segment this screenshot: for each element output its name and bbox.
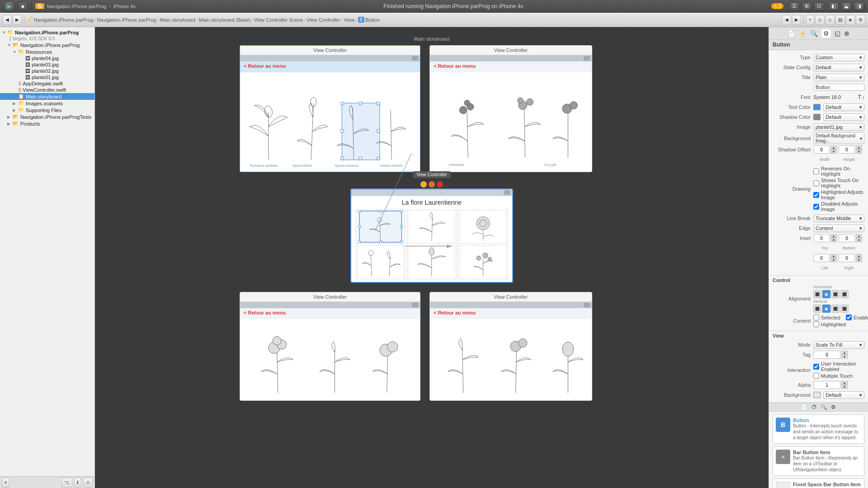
title-text-control[interactable]: Button	[813, 84, 864, 91]
panel-tab-identity[interactable]: 🔍	[810, 30, 818, 37]
edge-dropdown[interactable]: Content▾	[813, 225, 864, 232]
sidebar-item-viewcontroller[interactable]: S ViewController.swift	[0, 87, 94, 93]
sidebar-item-nav-group[interactable]: ▼ 📂 Navigation.iPhone.parProg	[0, 42, 94, 48]
breadcrumb-1[interactable]: Navigation.iPhone.parProg	[34, 17, 93, 23]
font-resize-icon[interactable]: T	[858, 94, 861, 100]
warning-badge[interactable]: ⚠ 2	[771, 3, 783, 9]
align-fill-btn[interactable]: ⬛	[840, 290, 849, 298]
panel-tab-quick[interactable]: ⚡	[799, 30, 807, 37]
sidebar-item-plante03[interactable]: 🖼 plante03.jpg	[0, 61, 94, 68]
highlighted-checkbox[interactable]	[813, 192, 819, 198]
inset-top-up[interactable]: ▲	[830, 234, 837, 238]
tag-stepper[interactable]: ▲ ▼	[813, 351, 864, 359]
space-widget-card[interactable]: Fixed Space Bar Button Item Fixed Space …	[773, 479, 864, 488]
alpha-down[interactable]: ▼	[841, 385, 848, 389]
sidebar-item-images[interactable]: ▶ 📁 Images.xcassets	[0, 100, 94, 107]
inset-bottom-stepper[interactable]: ▲ ▼	[839, 234, 862, 242]
inset-top-input[interactable]	[813, 234, 830, 242]
breadcrumb-6[interactable]: View Controller	[307, 17, 340, 23]
shadow-height-stepper[interactable]: ▲ ▼	[839, 145, 862, 154]
enabled-checkbox[interactable]	[846, 314, 852, 320]
mode-dropdown[interactable]: Scale To Fill▾	[813, 341, 864, 349]
inset-top-stepper[interactable]: ▲ ▼	[813, 234, 837, 242]
center-grid-item-6[interactable]	[458, 245, 508, 279]
sidebar-item-project[interactable]: ▼ 📁 Navigation.iPhone.parProg	[0, 29, 94, 36]
align-vfill-btn[interactable]: ⬛	[840, 305, 849, 313]
view-toggle-1[interactable]: ☰	[789, 2, 800, 11]
inset-right-stepper[interactable]: ▲ ▼	[839, 254, 862, 262]
debug-button[interactable]: ▤	[835, 15, 845, 25]
user-interaction-checkbox[interactable]	[813, 364, 819, 370]
breadcrumb-8[interactable]: B	[358, 17, 365, 23]
type-control[interactable]: Custom▾	[813, 54, 864, 61]
app-name-label[interactable]: Navigation.iPhone.parProg	[47, 4, 106, 9]
panel-toggle-left[interactable]: ◧	[828, 2, 839, 11]
panel-tab-attributes[interactable]: ⚙	[821, 29, 831, 38]
center-grid-item-4[interactable]	[356, 245, 405, 279]
shadow-width-up[interactable]: ▲	[830, 145, 837, 150]
inset-left-stepper[interactable]: ▲ ▼	[813, 254, 837, 262]
inset-left-up[interactable]: ▲	[830, 254, 837, 258]
state-config-control[interactable]: Default▾	[813, 64, 864, 71]
sidebar-item-plante04[interactable]: 🖼 plante04.jpg	[0, 55, 94, 61]
inset-bottom-input[interactable]	[839, 234, 855, 242]
align-center-btn[interactable]: ▣	[822, 290, 830, 298]
sidebar-warn-btn[interactable]: ⚠	[83, 478, 93, 488]
breadcrumb-button[interactable]: Button	[365, 17, 380, 23]
align-bottom-btn[interactable]: ⬛	[831, 305, 840, 313]
background-dropdown[interactable]: Default Background Imag...▾	[813, 132, 864, 144]
text-color-control[interactable]: Default▾	[813, 103, 864, 111]
breadcrumb-7[interactable]: View	[344, 17, 354, 23]
vc-card-3[interactable]: View Controller < Retour au menu	[240, 292, 420, 401]
alpha-stepper[interactable]: ▲ ▼	[813, 381, 864, 389]
shadow-height-up[interactable]: ▲	[856, 145, 862, 150]
selected-checkbox[interactable]	[813, 314, 819, 320]
tag-up[interactable]: ▲	[841, 351, 848, 355]
nav-forward[interactable]: ▶	[792, 15, 801, 25]
inset-right-up[interactable]: ▲	[856, 254, 862, 258]
inset-top-down[interactable]: ▼	[830, 238, 837, 242]
test-button[interactable]: ◇	[826, 15, 835, 25]
panel-toggle-bottom[interactable]: ⬓	[841, 2, 852, 11]
sidebar-filter-btn[interactable]: ⌥	[61, 478, 72, 488]
edge-control[interactable]: Content▾	[813, 225, 864, 232]
font-size-icon[interactable]: ↕	[862, 95, 864, 100]
align-middle-btn[interactable]: ▣	[822, 305, 830, 313]
alpha-up[interactable]: ▲	[841, 381, 848, 385]
highlighted-content-checkbox[interactable]	[813, 321, 819, 327]
reverses-checkbox[interactable]	[813, 169, 819, 174]
bg-view-dropdown[interactable]: Default▾	[823, 391, 864, 399]
shadow-height-input[interactable]	[839, 145, 855, 154]
sidebar-info-btn[interactable]: ℹ	[74, 478, 81, 488]
shadow-width-input[interactable]	[813, 145, 830, 154]
panel-tab-connections[interactable]: ⊕	[844, 30, 849, 37]
sidebar-item-plante01[interactable]: 🖼 plante01.jpg	[0, 74, 94, 80]
image-control[interactable]: plante01.jpg▾	[813, 123, 864, 131]
add-button[interactable]: +	[806, 15, 814, 25]
sidebar-add-btn[interactable]: +	[2, 478, 9, 488]
state-config-dropdown[interactable]: Default▾	[813, 64, 864, 71]
panel-tab-file[interactable]: 📄	[788, 30, 795, 37]
center-grid-item-3[interactable]	[458, 210, 508, 244]
shadow-width-stepper[interactable]: ▲ ▼	[813, 145, 837, 154]
view-toggle-3[interactable]: ⊡	[814, 2, 824, 11]
sidebar-item-plante02[interactable]: 🖼 plante02.jpg	[0, 68, 94, 74]
inset-bottom-down[interactable]: ▼	[856, 238, 862, 242]
panel-bottom-btn-1[interactable]: 📄	[801, 404, 808, 410]
inset-right-down[interactable]: ▼	[856, 258, 862, 262]
breadcrumb-2[interactable]: Navigation.iPhone.parProg	[97, 17, 156, 23]
breakpoint-button[interactable]: ◈	[846, 15, 855, 25]
bg-view-swatch[interactable]	[813, 392, 821, 398]
breadcrumb-5[interactable]: View Controller Scene	[254, 17, 303, 23]
shadow-height-down[interactable]: ▼	[856, 150, 862, 154]
settings-button[interactable]: ⚙	[856, 15, 865, 25]
alpha-control[interactable]: ▲ ▼	[813, 381, 864, 389]
shadow-color-control[interactable]: Default▾	[813, 113, 864, 121]
run-button[interactable]: ▶	[4, 1, 14, 12]
sidebar-item-mainstoryboard[interactable]: 📋 Main.storyboard	[0, 93, 94, 100]
view-toggle-2[interactable]: ⊞	[802, 2, 812, 11]
title-text-input[interactable]: Button	[813, 84, 864, 91]
background-control[interactable]: Default Background Imag...▾	[813, 132, 864, 144]
panel-bottom-btn-3[interactable]: 🔍	[821, 404, 827, 410]
align-left-btn[interactable]: ⬛	[813, 290, 821, 298]
